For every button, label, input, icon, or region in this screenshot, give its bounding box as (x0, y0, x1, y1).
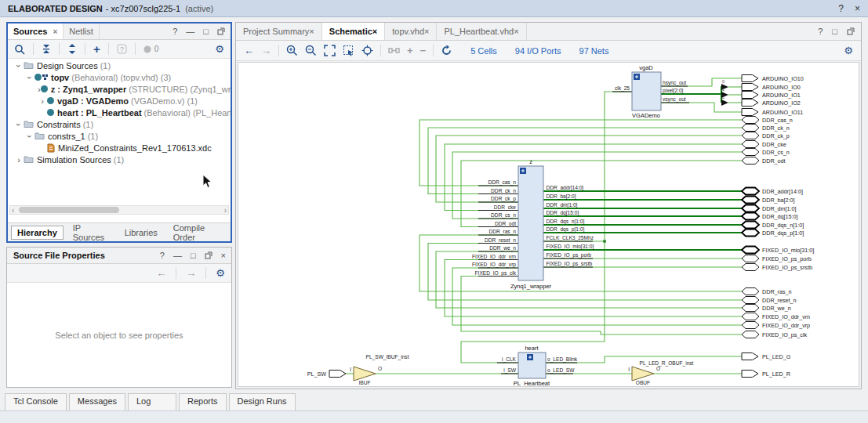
tree-item-z[interactable]: › z : Zynq1_wrapper (STRUCTURE) (Zynq1_w… (8, 83, 231, 95)
tab-schematic[interactable]: Schematic× (322, 23, 385, 40)
footer-tab-compile-order[interactable]: Compile Order (167, 221, 227, 244)
cells-count-link[interactable]: 5 Cells (470, 46, 497, 56)
tab-design-runs[interactable]: Design Runs (229, 393, 296, 410)
tree-item-vgaD[interactable]: › vgaD : VGADemo (VGADemo.v) (1) (8, 95, 231, 107)
block-heart[interactable]: heart PL_Heartbeat i_CLK i_SW o_LED_Blin… (502, 345, 578, 387)
scrollbar-thumb[interactable] (19, 207, 119, 213)
banner-device: - xc7z007sclg225-1 (106, 4, 180, 13)
open-file-icon[interactable]: ? (117, 44, 127, 54)
tab-tcl-console[interactable]: Tcl Console (5, 393, 67, 410)
close-icon[interactable]: × (309, 27, 314, 36)
ddr-bottom-ports[interactable]: DDR_ras_n DDR_reset_n DDR_we_n FIXED_IO_… (742, 288, 810, 338)
tab-pl-heartbeat-vhd[interactable]: PL_Heartbeat.vhd× (437, 23, 526, 40)
fixed-io-mid-ports[interactable]: FIXED_IO_mio[31:0] FIXED_IO_ps_porb FIXE… (742, 247, 814, 271)
close-icon[interactable]: × (221, 251, 226, 260)
caret-icon[interactable]: › (14, 155, 24, 164)
forward-arrow-icon[interactable]: → (261, 45, 271, 56)
bus-tap-index: 2 (722, 95, 725, 99)
horizontal-scrollbar[interactable]: ‹ › (9, 205, 229, 215)
tab-log[interactable]: Log (128, 393, 176, 410)
back-arrow-icon[interactable]: ← (156, 268, 166, 278)
minimize-icon[interactable]: — (173, 251, 182, 260)
schematic-svg: 0 1 2 vgaD VGADemo clk_25 hsy (238, 63, 859, 387)
tab-reports[interactable]: Reports (179, 393, 227, 410)
io-ports-count-link[interactable]: 94 I/O Ports (515, 46, 561, 56)
maximize-icon[interactable]: □ (191, 251, 196, 260)
message-count-icon[interactable] (143, 45, 151, 53)
tree-item-xdc-file[interactable]: MiniZed_Constraints_Rev1_170613.xdc (8, 142, 231, 154)
port-label: ARDUINO_IO2 (762, 99, 801, 107)
banner-close-icon[interactable]: × (855, 3, 860, 14)
maximize-icon[interactable]: □ (203, 27, 209, 36)
footer-tab-ip-sources[interactable]: IP Sources (67, 221, 115, 244)
block-instance-name: z (529, 158, 532, 165)
arduino-ports[interactable]: ARDUINO_IO10 ARDUINO_IO0 ARDUINO_IO1 ARD… (742, 75, 804, 116)
port-label: DDR_ck_n (762, 125, 790, 132)
port-label: PL_LED_R (762, 371, 790, 378)
footer-tab-libraries[interactable]: Libraries (118, 226, 164, 240)
port-label: DDR_dm[1:0] (762, 205, 797, 212)
tree-item-heart[interactable]: heart : PL_Heartbeat (Behavioral) (PL_He… (8, 107, 231, 118)
float-icon[interactable] (205, 251, 212, 259)
zoom-selection-icon[interactable] (343, 45, 354, 56)
caret-icon[interactable]: › (14, 120, 24, 129)
buffer-type-name: IBUF (358, 380, 370, 385)
minimize-icon[interactable]: — (186, 27, 194, 36)
close-icon[interactable]: × (514, 27, 518, 36)
scroll-left-icon[interactable]: ‹ (10, 206, 16, 215)
close-icon[interactable]: × (424, 27, 429, 36)
tab-netlist[interactable]: Netlist (64, 24, 100, 39)
tree-item-simulation-sources[interactable]: › Simulation Sources (1) (8, 154, 231, 165)
banner-help-icon[interactable]: ? (838, 3, 844, 14)
port-PL_SW[interactable]: PL_SW (307, 371, 346, 378)
nets-count-link[interactable]: 97 Nets (579, 46, 609, 56)
forward-arrow-icon[interactable]: → (186, 268, 196, 278)
schematic-canvas[interactable]: 0 1 2 vgaD VGADemo clk_25 hsy (238, 62, 859, 387)
expand-cone-icon[interactable]: + (407, 45, 413, 56)
scroll-right-icon[interactable]: › (223, 206, 228, 215)
search-icon[interactable] (14, 44, 25, 55)
tab-messages[interactable]: Messages (69, 393, 125, 410)
float-icon[interactable] (847, 27, 855, 35)
tab-topv-vhd[interactable]: topv.vhd× (385, 23, 437, 40)
expand-all-icon[interactable] (67, 44, 77, 54)
tree-item-design-sources[interactable]: › Design Sources (1) (8, 60, 231, 71)
add-sources-icon[interactable]: + (93, 42, 100, 56)
settings-gear-icon[interactable]: ⚙ (844, 45, 853, 56)
ddr-bus-ports[interactable]: DDR_addr[14:0] DDR_ba[2:0] DDR_dm[1:0] D… (742, 188, 804, 237)
ibuf-cell[interactable]: PL_SW_IBUF_inst IBUF I O (350, 354, 409, 385)
zoom-out-icon[interactable] (305, 45, 317, 56)
autofit-selection-icon[interactable] (361, 45, 373, 56)
settings-gear-icon[interactable]: ⚙ (216, 267, 225, 279)
tab-project-summary[interactable]: Project Summary× (236, 23, 322, 40)
help-icon[interactable]: ? (160, 251, 165, 260)
caret-icon[interactable]: › (25, 73, 35, 82)
caret-icon[interactable]: › (38, 96, 47, 106)
regenerate-layout-icon[interactable] (388, 45, 400, 56)
refresh-icon[interactable] (441, 45, 452, 56)
zoom-in-icon[interactable] (286, 45, 298, 56)
collapse-cone-icon[interactable]: − (420, 45, 427, 56)
tree-item-constraints[interactable]: › Constraints (1) (8, 118, 231, 130)
tree-item-constrs1[interactable]: › constrs_1 (1) (8, 130, 231, 142)
ddr-top-ports[interactable]: DDR_cas_n DDR_ck_n DDR_ck_p DDR_cke DDR_… (742, 117, 793, 164)
footer-tab-hierarchy[interactable]: Hierarchy (11, 226, 64, 240)
close-icon[interactable]: × (372, 27, 377, 36)
led-ports[interactable]: PL_LED_G PL_LED_R (742, 353, 791, 378)
help-icon[interactable]: ? (173, 27, 177, 36)
obuf-cell[interactable]: PL_LED_R_OBUF_inst OBUF I O (628, 360, 693, 385)
maximize-icon[interactable]: □ (832, 27, 837, 36)
collapse-all-icon[interactable] (42, 44, 51, 54)
tab-sources[interactable]: Sources × (8, 24, 64, 39)
help-icon[interactable]: ? (818, 27, 823, 36)
zoom-fit-icon[interactable] (324, 45, 336, 56)
back-arrow-icon[interactable]: ← (244, 45, 254, 56)
tree-item-topv[interactable]: › topv (Behavioral) (topv.vhd) (3) (8, 71, 231, 83)
pin-label: i_CLK (502, 356, 517, 363)
float-icon[interactable] (217, 27, 225, 35)
close-icon[interactable]: × (53, 27, 57, 36)
caret-icon[interactable]: › (14, 61, 24, 70)
settings-gear-icon[interactable]: ⚙ (215, 43, 224, 55)
caret-icon[interactable]: › (25, 132, 35, 141)
block-instance-name: heart (525, 345, 539, 352)
